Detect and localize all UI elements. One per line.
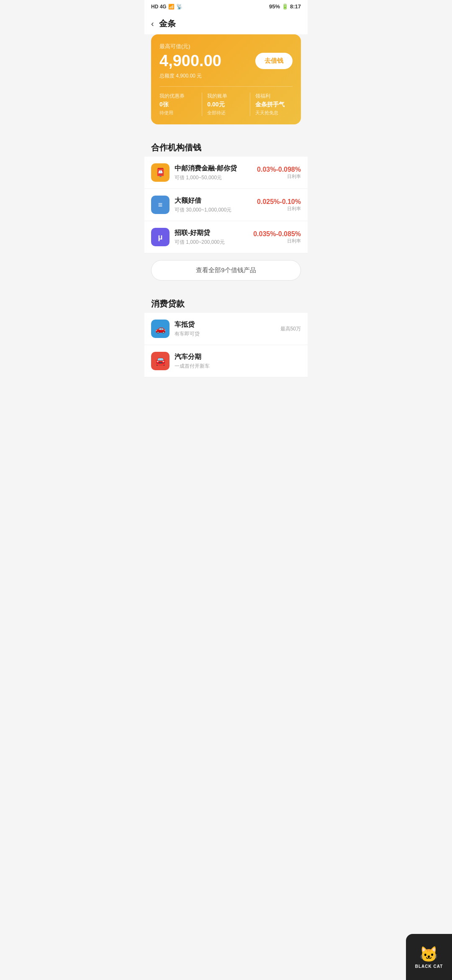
borrow-button[interactable]: 去借钱 [255,53,293,69]
page-title: 金条 [159,18,176,29]
car-mortgage-name: 车抵贷 [175,320,275,329]
zhaolian-info: 招联-好期贷 可借 1,000~200,000元 [175,229,248,246]
dae-rate-label: 日利率 [257,206,301,212]
card-divider [159,86,293,87]
zhongyou-icon-char: 📮 [155,168,166,178]
dae-info: 大额好借 可借 30,000~1,000,000元 [175,196,252,214]
view-all-button[interactable]: 查看全部9个借钱产品 [151,260,301,281]
zhaolian-rate-value: 0.035%-0.085% [253,230,301,238]
zhongyou-name: 中邮消费金融-邮你贷 [175,164,252,173]
list-item-carmorgage[interactable]: 🚗 车抵贷 有车即可贷 最高50万 [144,313,308,345]
car-mortgage-desc: 有车即可贷 [175,330,275,338]
status-right: 95% 🔋 8:17 [269,3,301,10]
section-title-partners: 合作机构借钱 [144,135,308,157]
separator [144,131,308,135]
card-label: 最高可借(元) [159,43,293,50]
action-welfare-sub: 天天抢免息 [255,110,293,116]
status-left: HD 4G 📶 📡 [151,4,182,10]
dae-icon-char: ≡ [158,201,163,209]
dae-rate-value: 0.025%-0.10% [257,198,301,206]
car-loan-icon-char: 🚘 [155,356,166,366]
list-item-zhongyou[interactable]: 📮 中邮消费金融-邮你贷 可借 1,000~50,000元 0.03%-0.09… [144,157,308,189]
zhongyou-rate: 0.03%-0.098% 日利率 [257,166,301,180]
zhaolian-rate: 0.035%-0.085% 日利率 [253,230,301,244]
car-mortgage-max: 最高50万 [280,325,301,333]
list-item-carloan[interactable]: 🚘 汽车分期 一成首付开新车 [144,345,308,377]
zhaolian-icon-char: μ [158,233,162,242]
action-bill-value: 0.00元 [207,101,244,108]
card-amount: 4,900.00 [159,52,221,70]
status-bar: HD 4G 📶 📡 95% 🔋 8:17 [144,0,308,13]
partner-loan-list: 📮 中邮消费金融-邮你贷 可借 1,000~50,000元 0.03%-0.09… [144,157,308,253]
car-mortgage-icon: 🚗 [151,320,170,338]
dae-rate: 0.025%-0.10% 日利率 [257,198,301,212]
consumer-loan-list: 🚗 车抵贷 有车即可贷 最高50万 🚘 汽车分期 一成首付开新车 [144,313,308,377]
action-coupon-value: 0张 [159,101,197,108]
action-bill-sub: 全部待还 [207,110,244,116]
battery-level: 95% [269,3,280,10]
car-mortgage-info: 车抵贷 有车即可贷 [175,320,275,338]
action-welfare[interactable]: 领福利 金条拼手气 天天抢免息 [250,93,293,116]
header: ‹ 金条 [144,13,308,34]
action-bill-title: 我的账单 [207,93,244,100]
signal-icon: 📶 [168,4,175,10]
wifi-icon: 📡 [176,4,182,10]
action-welfare-value: 金条拼手气 [255,101,293,108]
action-coupon-title: 我的优惠券 [159,93,197,100]
car-loan-desc: 一成首付开新车 [175,363,301,370]
battery-icon: 🔋 [282,3,288,10]
action-coupon[interactable]: 我的优惠券 0张 待使用 [159,93,197,116]
section-title-consumer: 消费贷款 [144,291,308,313]
separator2 [144,287,308,291]
car-loan-info: 汽车分期 一成首付开新车 [175,353,301,370]
card-actions: 我的优惠券 0张 待使用 我的账单 0.00元 全部待还 领福利 金条拼手气 天… [159,93,293,116]
zhongyou-rate-label: 日利率 [257,173,301,180]
car-loan-name: 汽车分期 [175,353,301,361]
zhaolian-icon: μ [151,228,170,246]
dae-icon: ≡ [151,196,170,214]
back-button[interactable]: ‹ [151,19,154,28]
card-total: 总额度 4,900.00 元 [159,72,293,80]
car-mortgage-icon-char: 🚗 [155,324,166,334]
dae-desc: 可借 30,000~1,000,000元 [175,206,252,214]
action-bill[interactable]: 我的账单 0.00元 全部待还 [202,93,244,116]
action-coupon-sub: 待使用 [159,110,197,116]
credit-card: 最高可借(元) 4,900.00 去借钱 总额度 4,900.00 元 我的优惠… [151,34,301,124]
action-welfare-title: 领福利 [255,93,293,100]
list-item-dae[interactable]: ≡ 大额好借 可借 30,000~1,000,000元 0.025%-0.10%… [144,189,308,221]
zhongyou-desc: 可借 1,000~50,000元 [175,174,252,181]
zhaolian-desc: 可借 1,000~200,000元 [175,239,248,246]
dae-name: 大额好借 [175,196,252,205]
list-item-zhaolian[interactable]: μ 招联-好期贷 可借 1,000~200,000元 0.035%-0.085%… [144,221,308,253]
zhaolian-name: 招联-好期贷 [175,229,248,237]
zhongyou-icon: 📮 [151,163,170,182]
clock: 8:17 [290,3,301,10]
zhaolian-rate-label: 日利率 [253,238,301,244]
car-loan-icon: 🚘 [151,352,170,370]
network-indicator: HD 4G [151,4,167,10]
zhongyou-rate-value: 0.03%-0.098% [257,166,301,173]
zhongyou-info: 中邮消费金融-邮你贷 可借 1,000~50,000元 [175,164,252,181]
